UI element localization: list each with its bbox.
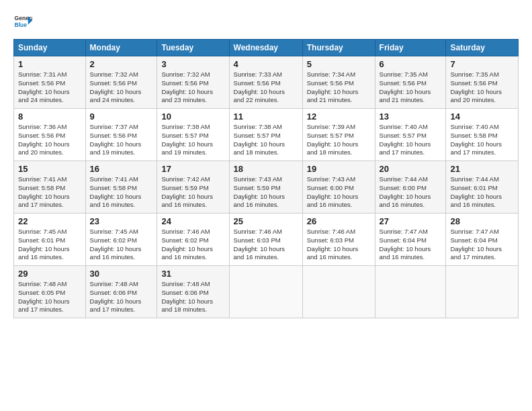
day-number: 20 [380,164,442,174]
day-number: 14 [450,111,514,122]
cell-info: Sunrise: 7:38 AMSunset: 5:57 PMDaylight:… [234,123,298,157]
calendar-cell [446,266,519,318]
day-number: 4 [234,59,298,69]
day-number: 18 [234,164,298,174]
day-number: 7 [450,59,514,69]
calendar-cell: 19Sunrise: 7:43 AMSunset: 6:00 PMDayligh… [302,161,375,214]
day-number: 31 [161,269,224,279]
day-number: 1 [18,59,81,69]
week-row-4: 22Sunrise: 7:45 AMSunset: 6:01 PMDayligh… [14,214,519,266]
calendar-header-row: SundayMondayTuesdayWednesdayThursdayFrid… [14,40,519,56]
calendar-cell: 7Sunrise: 7:35 AMSunset: 5:56 PMDaylight… [446,56,519,109]
cell-info: Sunrise: 7:45 AMSunset: 6:02 PMDaylight:… [90,228,153,262]
cell-info: Sunrise: 7:48 AMSunset: 6:06 PMDaylight:… [161,280,224,314]
day-number: 11 [234,111,298,122]
calendar-cell: 18Sunrise: 7:43 AMSunset: 5:59 PMDayligh… [229,161,302,214]
calendar-container: General Blue SundayMondayTuesdayWednesda… [0,0,532,325]
cell-info: Sunrise: 7:41 AMSunset: 5:58 PMDaylight:… [18,175,81,210]
calendar-table: SundayMondayTuesdayWednesdayThursdayFrid… [13,39,519,318]
day-number: 17 [161,164,224,174]
cell-info: Sunrise: 7:43 AMSunset: 6:00 PMDaylight:… [307,175,371,210]
cell-info: Sunrise: 7:31 AMSunset: 5:56 PMDaylight:… [18,71,81,105]
cell-info: Sunrise: 7:40 AMSunset: 5:57 PMDaylight:… [380,123,442,157]
day-number: 21 [450,164,514,174]
cell-info: Sunrise: 7:33 AMSunset: 5:56 PMDaylight:… [234,71,298,105]
cell-info: Sunrise: 7:43 AMSunset: 5:59 PMDaylight:… [234,175,298,210]
day-number: 19 [307,164,371,174]
cell-info: Sunrise: 7:48 AMSunset: 6:05 PMDaylight:… [18,280,81,314]
cell-info: Sunrise: 7:46 AMSunset: 6:03 PMDaylight:… [234,228,298,262]
cell-info: Sunrise: 7:44 AMSunset: 6:01 PMDaylight:… [450,175,514,210]
logo: General Blue [13,12,32,31]
calendar-cell: 31Sunrise: 7:48 AMSunset: 6:06 PMDayligh… [157,266,229,318]
cell-info: Sunrise: 7:47 AMSunset: 6:04 PMDaylight:… [450,228,514,262]
calendar-cell: 22Sunrise: 7:45 AMSunset: 6:01 PMDayligh… [14,214,86,266]
week-row-5: 29Sunrise: 7:48 AMSunset: 6:05 PMDayligh… [14,266,519,318]
col-header-tuesday: Tuesday [157,40,229,56]
cell-info: Sunrise: 7:46 AMSunset: 6:03 PMDaylight:… [307,228,371,262]
calendar-cell: 5Sunrise: 7:34 AMSunset: 5:56 PMDaylight… [302,56,375,109]
calendar-cell: 8Sunrise: 7:36 AMSunset: 5:56 PMDaylight… [14,109,86,161]
calendar-body: 1Sunrise: 7:31 AMSunset: 5:56 PMDaylight… [14,56,519,318]
calendar-cell: 17Sunrise: 7:42 AMSunset: 5:59 PMDayligh… [157,161,229,214]
col-header-sunday: Sunday [14,40,86,56]
calendar-cell: 24Sunrise: 7:46 AMSunset: 6:02 PMDayligh… [157,214,229,266]
calendar-cell: 15Sunrise: 7:41 AMSunset: 5:58 PMDayligh… [14,161,86,214]
cell-info: Sunrise: 7:44 AMSunset: 6:00 PMDaylight:… [380,175,442,210]
day-number: 30 [90,269,153,279]
cell-info: Sunrise: 7:35 AMSunset: 5:56 PMDaylight:… [380,71,442,105]
calendar-cell: 6Sunrise: 7:35 AMSunset: 5:56 PMDaylight… [375,56,446,109]
day-number: 26 [307,216,371,226]
col-header-wednesday: Wednesday [229,40,302,56]
day-number: 16 [90,164,153,174]
day-number: 29 [18,269,81,279]
calendar-cell: 27Sunrise: 7:47 AMSunset: 6:04 PMDayligh… [375,214,446,266]
calendar-cell: 1Sunrise: 7:31 AMSunset: 5:56 PMDaylight… [14,56,86,109]
cell-info: Sunrise: 7:42 AMSunset: 5:59 PMDaylight:… [161,175,224,210]
cell-info: Sunrise: 7:37 AMSunset: 5:56 PMDaylight:… [90,123,153,157]
day-number: 10 [161,111,224,122]
calendar-cell: 21Sunrise: 7:44 AMSunset: 6:01 PMDayligh… [446,161,519,214]
col-header-monday: Monday [85,40,157,56]
cell-info: Sunrise: 7:41 AMSunset: 5:58 PMDaylight:… [90,175,153,210]
cell-info: Sunrise: 7:32 AMSunset: 5:56 PMDaylight:… [90,71,153,105]
day-number: 25 [234,216,298,226]
day-number: 22 [18,216,81,226]
day-number: 5 [307,59,371,69]
cell-info: Sunrise: 7:34 AMSunset: 5:56 PMDaylight:… [307,71,371,105]
calendar-cell: 11Sunrise: 7:38 AMSunset: 5:57 PMDayligh… [229,109,302,161]
day-number: 8 [18,111,81,122]
calendar-cell: 9Sunrise: 7:37 AMSunset: 5:56 PMDaylight… [85,109,157,161]
day-number: 15 [18,164,81,174]
day-number: 2 [90,59,153,69]
cell-info: Sunrise: 7:40 AMSunset: 5:58 PMDaylight:… [450,123,514,157]
cell-info: Sunrise: 7:48 AMSunset: 6:06 PMDaylight:… [90,280,153,314]
calendar-cell: 30Sunrise: 7:48 AMSunset: 6:06 PMDayligh… [85,266,157,318]
cell-info: Sunrise: 7:45 AMSunset: 6:01 PMDaylight:… [18,228,81,262]
day-number: 12 [307,111,371,122]
calendar-cell: 28Sunrise: 7:47 AMSunset: 6:04 PMDayligh… [446,214,519,266]
week-row-3: 15Sunrise: 7:41 AMSunset: 5:58 PMDayligh… [14,161,519,214]
cell-info: Sunrise: 7:47 AMSunset: 6:04 PMDaylight:… [380,228,442,262]
svg-text:Blue: Blue [15,21,28,28]
col-header-thursday: Thursday [302,40,375,56]
day-number: 27 [380,216,442,226]
calendar-cell [302,266,375,318]
logo-icon: General Blue [13,12,32,31]
day-number: 24 [161,216,224,226]
day-number: 6 [380,59,442,69]
calendar-cell: 26Sunrise: 7:46 AMSunset: 6:03 PMDayligh… [302,214,375,266]
calendar-cell: 3Sunrise: 7:32 AMSunset: 5:56 PMDaylight… [157,56,229,109]
col-header-friday: Friday [375,40,446,56]
calendar-cell: 10Sunrise: 7:38 AMSunset: 5:57 PMDayligh… [157,109,229,161]
day-number: 9 [90,111,153,122]
calendar-cell: 25Sunrise: 7:46 AMSunset: 6:03 PMDayligh… [229,214,302,266]
cell-info: Sunrise: 7:32 AMSunset: 5:56 PMDaylight:… [161,71,224,105]
day-number: 13 [380,111,442,122]
calendar-cell [375,266,446,318]
week-row-2: 8Sunrise: 7:36 AMSunset: 5:56 PMDaylight… [14,109,519,161]
cell-info: Sunrise: 7:38 AMSunset: 5:57 PMDaylight:… [161,123,224,157]
day-number: 28 [450,216,514,226]
calendar-cell: 16Sunrise: 7:41 AMSunset: 5:58 PMDayligh… [85,161,157,214]
calendar-cell [229,266,302,318]
